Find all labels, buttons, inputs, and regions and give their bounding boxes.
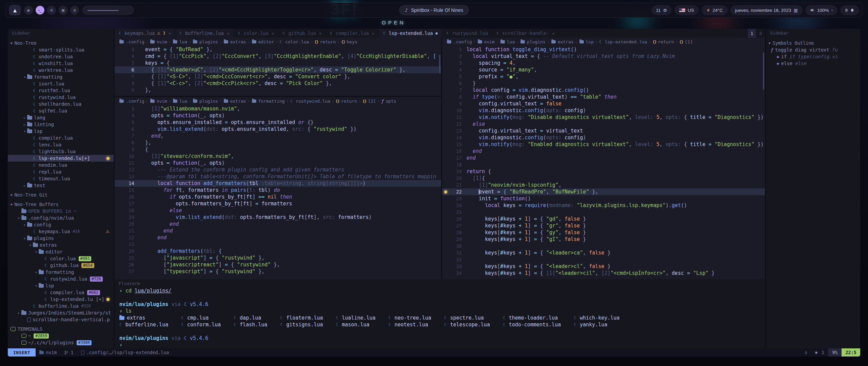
code-line[interactable]: 30 (442, 243, 765, 249)
code-line[interactable]: 7 local config = vim.diagnostic.config() (442, 87, 765, 94)
code-line[interactable]: 27 keys[#keys + 1] = { "gr", false } (442, 222, 765, 229)
ls-entry-lualine-lua[interactable]: ☾lualine.lua (336, 314, 376, 321)
tree-item-worktree-lua[interactable]: ☾worktree.lua (8, 67, 114, 74)
tree-item-config-nvim-lua[interactable]: ▾.config/nvim/lua (8, 215, 114, 221)
code-line[interactable]: 2 local virtual_text = { -- Default virt… (442, 53, 765, 60)
tree-item-sqlfmt-lua[interactable]: ☾sqlfmt.lua (8, 107, 114, 114)
code-line[interactable]: 18 (442, 161, 765, 168)
code-line[interactable]: 10 [1]"stevearc/conform.nvim", (115, 153, 441, 160)
code-line[interactable]: 8 { [1]"<C-c>", [2]"<cmd>CccPick<cr>", d… (115, 80, 441, 87)
code-line[interactable]: 17end (442, 155, 765, 161)
ls-entry-flash-lua[interactable]: ☾flash.lua (234, 321, 267, 328)
breadcrumb-item-1[interactable]: {}[1] (679, 39, 693, 44)
tab-rustywind-lua[interactable]: ☾rustywind.lua (442, 29, 493, 38)
code-line[interactable]: 6 { [1]"<leader>uC", [2]"<cmd>CccHighlig… (115, 66, 441, 73)
breadcrumb-item-lua[interactable]: lua (173, 99, 187, 104)
close-icon[interactable]: × (168, 31, 171, 36)
breadcrumb-item-nvim[interactable]: nvim (477, 39, 495, 44)
outline-item-toggle-diag-virtext[interactable]: ƒtoggle_diag_virtextfu (766, 46, 860, 53)
ls-entry-spectre-lua[interactable]: ☾spectre.lua (444, 314, 490, 321)
ls-entry-telescope-lua[interactable]: ☾telescope.lua (444, 321, 490, 328)
code-line[interactable]: 26 keys[#keys + 1] = { "gd", false } (442, 216, 765, 222)
ls-entry-yanky-lua[interactable]: ☾yanky.lua (574, 321, 619, 328)
ls-entry-bufferline-lua[interactable]: ☾bufferline.lua (119, 321, 168, 328)
code-line[interactable]: 5 prefix = "●", (442, 73, 765, 80)
tree-item-lsp[interactable]: ▾lsp (8, 128, 114, 135)
code-line[interactable]: 14 local function add_formatters(tbl :ta… (115, 180, 441, 187)
code-line[interactable]: 32 (442, 256, 765, 263)
code-line[interactable]: 19 vim.list_extend(dst: opts.formatters_… (115, 214, 441, 221)
tree-item-[interactable]: ›_~#2859 (8, 332, 114, 339)
tree-item-keymaps-lua[interactable]: ☾keymaps.lua#10⚠ (8, 228, 114, 235)
section-header-neo-tree-git[interactable]: ▾Neo-Tree Git (8, 191, 114, 198)
scrollbar-handle[interactable] (439, 55, 440, 74)
tree-item-compiler-lua[interactable]: ☾compiler.lua (8, 135, 114, 141)
code-line[interactable]: 34 keys[#keys + 1] = { [1]"<leader>cil",… (442, 270, 765, 277)
code-line[interactable]: 22 event = { "BufReadPre", "BufNewFile" … (442, 188, 765, 195)
tree-item-lens-lua[interactable]: ☾lens.lua (8, 141, 114, 148)
tree-item-c-n-l-plugins[interactable]: ›_~/.c/n/l/plugins#3980 (8, 339, 114, 346)
tab-lsp-extended-lua[interactable]: ☾lsp-extended.lua● (379, 29, 442, 38)
code-line[interactable]: 15 vim.notify(msg: "Enabled diagnostics … (442, 141, 765, 148)
tree-item-undotree-lua[interactable]: ☾undotree.lua (8, 53, 114, 60)
ls-entry-floaterm-lua[interactable]: ☾floaterm.lua (280, 314, 323, 321)
breadcrumb-item-lsp-extended-lua[interactable]: ☾lsp-extended.lua (599, 39, 647, 44)
code-line[interactable]: 24 local keys = require(modname: "lazyvi… (442, 202, 765, 209)
updates-pill[interactable]: 11⚙ (652, 5, 672, 15)
breadcrumb-item-2[interactable]: {}[2] (362, 99, 376, 104)
tree-item-rustywind-lua[interactable]: ☾rustywind.lua#726 (8, 276, 114, 282)
breadcrumb-item-nvim[interactable]: nvim (150, 39, 167, 44)
code-line[interactable]: 7 end, (115, 133, 441, 139)
tree-item-lightbulb-lua[interactable]: ☾lightbulb.lua (8, 148, 114, 155)
tree-item-formatting[interactable]: ▾formatting (8, 269, 114, 276)
breadcrumb-item-config[interactable]: .config (119, 99, 144, 104)
breadcrumb-item-extras[interactable]: extras (223, 99, 246, 104)
breadcrumb-item-return[interactable]: {}return (336, 99, 357, 104)
tree-item-lsp-extended-lu[interactable]: ☾lsp-extended.lu[+] (8, 155, 114, 162)
code-line[interactable]: 31 keys[#keys + 1] = { "<leader>ca", fal… (442, 249, 765, 256)
code-line[interactable]: 4 opts = function(_, opts) (115, 112, 441, 119)
close-icon[interactable]: × (552, 31, 555, 36)
code-line[interactable]: 12 --- Extend the conform plugin config … (115, 166, 441, 173)
code-line[interactable]: 22 end (115, 234, 441, 241)
tab-color-lua[interactable]: ☾color.lua× (234, 29, 279, 38)
code-line[interactable]: 16 if opts.formatters_by_ft[ft] == nil t… (115, 194, 441, 200)
code-line[interactable]: 25 (442, 209, 765, 216)
code-line[interactable]: 7 { [1]"<S-C>", [2]"<cmd>CccConvert<cr>"… (115, 73, 441, 80)
code-line[interactable]: 3 spacing = 4, (442, 60, 765, 66)
tree-item-isort-lua[interactable]: ☾isort.lua (8, 80, 114, 87)
code-line[interactable]: 28 keys[#keys + 1] = { "gy", false } (442, 229, 765, 236)
breadcrumb-item-color-lua[interactable]: ☾color.lua (279, 39, 309, 44)
code-line[interactable]: 13 config.virtual_text = virtual_text (442, 127, 765, 134)
code-line[interactable]: 6 } (442, 80, 765, 87)
tab-github-lua[interactable]: ☾github.lua× (279, 29, 326, 38)
tree-item-winshift-lua[interactable]: ☾winshift.lua (8, 60, 114, 67)
code-line[interactable]: 13 ---@param tbl table<string, conform.F… (115, 173, 441, 180)
tab-scrollbar-handle[interactable]: ☾scrollbar-handle-× (492, 29, 559, 38)
workspace-2[interactable]: ›_ (36, 6, 44, 15)
code-line[interactable]: 20 [1]{ (442, 175, 765, 182)
code-line[interactable]: 1local function toggle_diag_virtext() (442, 46, 765, 53)
breadcrumb-item-plugins[interactable]: plugins (193, 39, 218, 44)
ls-entry-which-key-lua[interactable]: ☾which-key.lua (574, 314, 619, 321)
weather-pill[interactable]: ☀24°C (702, 5, 727, 15)
code-line[interactable]: 29 keys[#keys + 1] = { "gI", false } (442, 236, 765, 243)
breadcrumb-item-formatting[interactable]: formatting (252, 99, 285, 104)
ls-entry-theme-loader-lua[interactable]: ☾theme-loader.lua (503, 314, 561, 321)
tabpage-1[interactable]: 1 (747, 29, 756, 38)
breadcrumb-item-config[interactable]: .config (119, 39, 144, 44)
workspace-1[interactable]: ◉ (24, 6, 33, 15)
code-line[interactable]: 19return { (442, 168, 765, 175)
code-line[interactable]: 26 ["javascriptreact"] = { "rustywind" }… (115, 261, 441, 268)
tree-item-rustfmt-lua[interactable]: ☾rustfmt.lua (8, 87, 114, 94)
code-line[interactable]: 8 if type(v: config.virtual_text) == "ta… (442, 94, 765, 100)
code-line[interactable]: 27 ["typescript"] = { "rustywind" }, (115, 268, 441, 275)
tree-item-juegos-indies-steamlibrary-st[interactable]: ▸Juegos/Indies/SteamLibrary/st (8, 309, 114, 316)
close-icon[interactable]: × (227, 31, 230, 36)
code-line[interactable]: 9 { (115, 146, 441, 153)
tree-item-test[interactable]: ▸test (8, 182, 114, 189)
code-line[interactable]: 4 cmd = { [1]"CccPick", [2]"CccConvert",… (115, 53, 441, 60)
ls-entry-todo-comments-lua[interactable]: ☾todo-comments.lua (503, 321, 561, 328)
tabpage-2[interactable]: 2 (756, 29, 765, 38)
breadcrumb-item-return[interactable]: {}return (314, 39, 336, 44)
